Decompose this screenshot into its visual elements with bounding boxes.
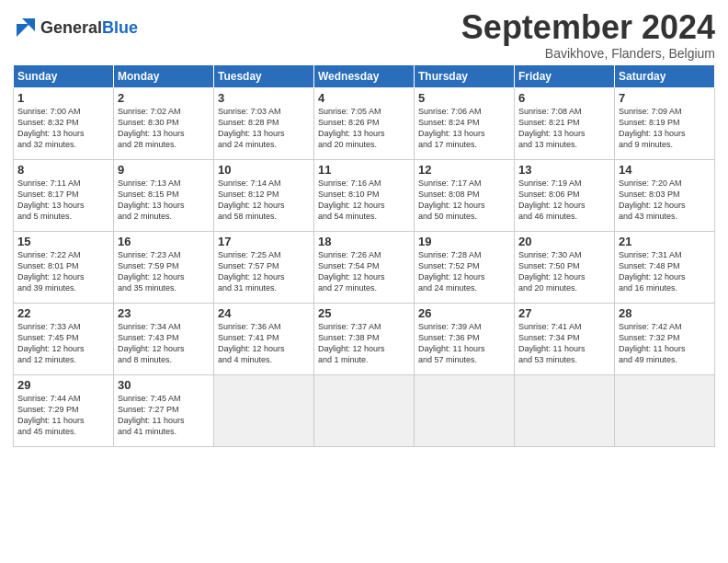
col-thursday: Thursday (415, 64, 515, 87)
day-number: 14 (619, 163, 711, 177)
day-info: Sunrise: 7:23 AM Sunset: 7:59 PM Dayligh… (118, 249, 210, 294)
day-number: 25 (318, 306, 410, 320)
day-number: 21 (619, 235, 711, 248)
day-info: Sunrise: 7:00 AM Sunset: 8:32 PM Dayligh… (17, 106, 109, 151)
calendar-cell: 10Sunrise: 7:14 AM Sunset: 8:12 PM Dayli… (214, 159, 314, 231)
calendar-cell: 7Sunrise: 7:09 AM Sunset: 8:19 PM Daylig… (615, 87, 715, 159)
calendar-cell: 16Sunrise: 7:23 AM Sunset: 7:59 PM Dayli… (114, 231, 214, 303)
day-number: 11 (318, 163, 410, 177)
day-info: Sunrise: 7:16 AM Sunset: 8:10 PM Dayligh… (318, 178, 410, 223)
day-info: Sunrise: 7:06 AM Sunset: 8:24 PM Dayligh… (418, 106, 510, 151)
calendar-cell: 23Sunrise: 7:34 AM Sunset: 7:43 PM Dayli… (114, 303, 214, 374)
day-info: Sunrise: 7:09 AM Sunset: 8:19 PM Dayligh… (619, 106, 711, 151)
col-friday: Friday (515, 64, 615, 87)
day-number: 1 (17, 91, 109, 105)
calendar-cell: 4Sunrise: 7:05 AM Sunset: 8:26 PM Daylig… (314, 87, 415, 159)
day-number: 27 (518, 306, 610, 320)
calendar-cell: 21Sunrise: 7:31 AM Sunset: 7:48 PM Dayli… (615, 231, 715, 303)
calendar-week-2: 15Sunrise: 7:22 AM Sunset: 8:01 PM Dayli… (14, 231, 715, 303)
calendar-cell: 26Sunrise: 7:39 AM Sunset: 7:36 PM Dayli… (415, 303, 515, 374)
calendar-cell (314, 374, 415, 446)
calendar-cell: 11Sunrise: 7:16 AM Sunset: 8:10 PM Dayli… (314, 159, 415, 231)
calendar-week-3: 22Sunrise: 7:33 AM Sunset: 7:45 PM Dayli… (14, 303, 715, 374)
day-number: 5 (418, 91, 510, 105)
calendar-cell: 3Sunrise: 7:03 AM Sunset: 8:28 PM Daylig… (214, 87, 314, 159)
calendar-cell: 1Sunrise: 7:00 AM Sunset: 8:32 PM Daylig… (14, 87, 114, 159)
calendar-week-4: 29Sunrise: 7:44 AM Sunset: 7:29 PM Dayli… (14, 374, 715, 446)
col-monday: Monday (114, 64, 214, 87)
day-number: 16 (118, 235, 210, 248)
title-block: September 2024 Bavikhove, Flanders, Belg… (461, 9, 715, 61)
calendar-cell: 19Sunrise: 7:28 AM Sunset: 7:52 PM Dayli… (415, 231, 515, 303)
col-saturday: Saturday (615, 64, 715, 87)
month-title: September 2024 (461, 9, 715, 46)
calendar-cell (214, 374, 314, 446)
day-info: Sunrise: 7:36 AM Sunset: 7:41 PM Dayligh… (218, 321, 310, 366)
calendar-header-row: Sunday Monday Tuesday Wednesday Thursday… (14, 64, 715, 87)
day-number: 15 (17, 235, 109, 248)
calendar-cell: 13Sunrise: 7:19 AM Sunset: 8:06 PM Dayli… (515, 159, 615, 231)
day-number: 2 (118, 91, 210, 105)
calendar-cell: 2Sunrise: 7:02 AM Sunset: 8:30 PM Daylig… (114, 87, 214, 159)
day-info: Sunrise: 7:45 AM Sunset: 7:27 PM Dayligh… (118, 393, 210, 438)
calendar-week-1: 8Sunrise: 7:11 AM Sunset: 8:17 PM Daylig… (14, 159, 715, 231)
day-number: 12 (418, 163, 510, 177)
day-number: 8 (17, 163, 109, 177)
day-number: 9 (118, 163, 210, 177)
day-number: 26 (418, 306, 510, 320)
day-number: 6 (518, 91, 610, 105)
day-info: Sunrise: 7:34 AM Sunset: 7:43 PM Dayligh… (118, 321, 210, 366)
calendar-cell: 29Sunrise: 7:44 AM Sunset: 7:29 PM Dayli… (14, 374, 114, 446)
day-info: Sunrise: 7:13 AM Sunset: 8:15 PM Dayligh… (118, 178, 210, 223)
calendar-cell (615, 374, 715, 446)
day-number: 4 (318, 91, 410, 105)
main-container: GeneralBlue September 2024 Bavikhove, Fl… (0, 0, 728, 456)
day-info: Sunrise: 7:30 AM Sunset: 7:50 PM Dayligh… (518, 249, 610, 294)
calendar-cell: 15Sunrise: 7:22 AM Sunset: 8:01 PM Dayli… (14, 231, 114, 303)
day-number: 7 (619, 91, 711, 105)
day-info: Sunrise: 7:39 AM Sunset: 7:36 PM Dayligh… (418, 321, 510, 366)
day-number: 13 (518, 163, 610, 177)
calendar-cell: 12Sunrise: 7:17 AM Sunset: 8:08 PM Dayli… (415, 159, 515, 231)
day-info: Sunrise: 7:11 AM Sunset: 8:17 PM Dayligh… (17, 178, 109, 223)
day-number: 23 (118, 306, 210, 320)
day-info: Sunrise: 7:26 AM Sunset: 7:54 PM Dayligh… (318, 249, 410, 294)
day-number: 20 (518, 235, 610, 248)
calendar-cell: 22Sunrise: 7:33 AM Sunset: 7:45 PM Dayli… (14, 303, 114, 374)
day-info: Sunrise: 7:17 AM Sunset: 8:08 PM Dayligh… (418, 178, 510, 223)
calendar-cell (515, 374, 615, 446)
calendar-cell: 5Sunrise: 7:06 AM Sunset: 8:24 PM Daylig… (415, 87, 515, 159)
day-info: Sunrise: 7:22 AM Sunset: 8:01 PM Dayligh… (17, 249, 109, 294)
calendar-cell: 8Sunrise: 7:11 AM Sunset: 8:17 PM Daylig… (14, 159, 114, 231)
calendar-cell (415, 374, 515, 446)
day-info: Sunrise: 7:31 AM Sunset: 7:48 PM Dayligh… (619, 249, 711, 294)
day-info: Sunrise: 7:05 AM Sunset: 8:26 PM Dayligh… (318, 106, 410, 151)
day-number: 28 (619, 306, 711, 320)
calendar-cell: 20Sunrise: 7:30 AM Sunset: 7:50 PM Dayli… (515, 231, 615, 303)
day-info: Sunrise: 7:41 AM Sunset: 7:34 PM Dayligh… (518, 321, 610, 366)
day-number: 29 (17, 378, 109, 392)
day-info: Sunrise: 7:42 AM Sunset: 7:32 PM Dayligh… (619, 321, 711, 366)
day-number: 19 (418, 235, 510, 248)
day-info: Sunrise: 7:25 AM Sunset: 7:57 PM Dayligh… (218, 249, 310, 294)
day-info: Sunrise: 7:33 AM Sunset: 7:45 PM Dayligh… (17, 321, 109, 366)
calendar-cell: 9Sunrise: 7:13 AM Sunset: 8:15 PM Daylig… (114, 159, 214, 231)
subtitle: Bavikhove, Flanders, Belgium (461, 46, 715, 61)
calendar-cell: 25Sunrise: 7:37 AM Sunset: 7:38 PM Dayli… (314, 303, 415, 374)
col-sunday: Sunday (14, 64, 114, 87)
header: GeneralBlue September 2024 Bavikhove, Fl… (13, 9, 715, 61)
day-number: 30 (118, 378, 210, 392)
calendar-cell: 14Sunrise: 7:20 AM Sunset: 8:03 PM Dayli… (615, 159, 715, 231)
day-info: Sunrise: 7:14 AM Sunset: 8:12 PM Dayligh… (218, 178, 310, 223)
calendar-cell: 6Sunrise: 7:08 AM Sunset: 8:21 PM Daylig… (515, 87, 615, 159)
day-info: Sunrise: 7:02 AM Sunset: 8:30 PM Dayligh… (118, 106, 210, 151)
calendar-cell: 28Sunrise: 7:42 AM Sunset: 7:32 PM Dayli… (615, 303, 715, 374)
calendar-cell: 17Sunrise: 7:25 AM Sunset: 7:57 PM Dayli… (214, 231, 314, 303)
day-info: Sunrise: 7:19 AM Sunset: 8:06 PM Dayligh… (518, 178, 610, 223)
day-info: Sunrise: 7:08 AM Sunset: 8:21 PM Dayligh… (518, 106, 610, 151)
calendar-week-0: 1Sunrise: 7:00 AM Sunset: 8:32 PM Daylig… (14, 87, 715, 159)
day-number: 10 (218, 163, 310, 177)
col-tuesday: Tuesday (214, 64, 314, 87)
day-number: 3 (218, 91, 310, 105)
day-info: Sunrise: 7:28 AM Sunset: 7:52 PM Dayligh… (418, 249, 510, 294)
